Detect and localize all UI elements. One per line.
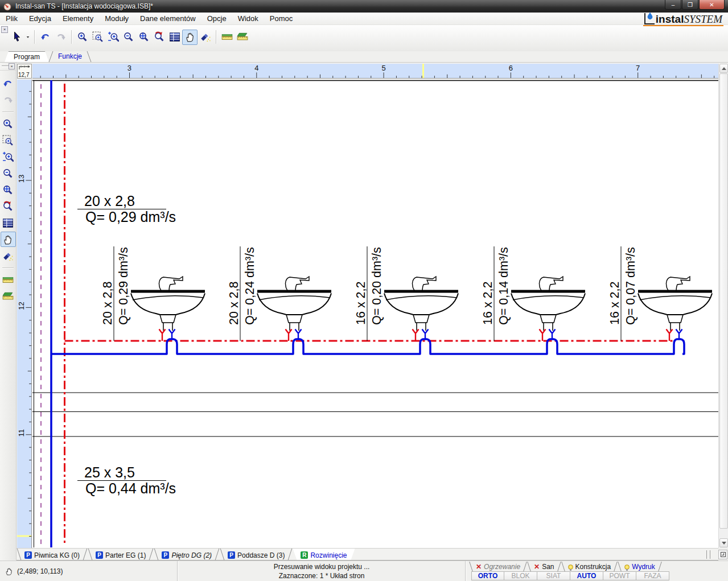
pipe-dimension-label: 20 x 2,8 — [227, 281, 241, 325]
washbasin-symbol[interactable] — [131, 277, 205, 341]
tab-edge — [658, 562, 662, 571]
zoom-out-icon[interactable] — [121, 30, 136, 45]
riser-flow-label: Q= 0,44 dm³/s — [85, 480, 176, 496]
pan-hand-icon[interactable] — [182, 30, 198, 45]
close-button[interactable]: ✕ — [699, 0, 725, 10]
menu-edycja[interactable]: Edycja — [23, 13, 57, 24]
mode-button-auto[interactable]: AUTO — [570, 571, 603, 580]
mode-button-orto[interactable]: ORTO — [471, 571, 504, 580]
vertical-scroll-thumb[interactable] — [719, 73, 728, 529]
menu-moduy[interactable]: Moduły — [99, 13, 134, 24]
washbasin-symbol[interactable] — [257, 277, 331, 341]
ruler-scale-icon[interactable] — [1, 289, 16, 304]
svg-text:12: 12 — [17, 302, 25, 310]
vertical-scrollbar[interactable] — [718, 64, 728, 548]
horizontal-ruler[interactable]: 34567 — [32, 64, 719, 79]
undo-icon[interactable] — [38, 30, 53, 45]
zoom-plus-minus-icon[interactable] — [105, 30, 121, 45]
mode-button-siat[interactable]: SIAT — [537, 571, 570, 580]
menu-elementy[interactable]: Elementy — [57, 13, 99, 24]
toolbar-grip[interactable] — [2, 65, 9, 67]
status-right-panel: ✕Ogrzewanie✕SanKonstrukcjaWydruk ORTOBLO… — [467, 561, 728, 581]
cursor-coordinates: (2,489; 10,113) — [17, 567, 63, 575]
tab-edge — [87, 51, 92, 62]
sheet-tab-pi-tro-dg-2-[interactable]: PPiętro DG (2) — [154, 549, 220, 560]
toolbar-separator — [2, 112, 14, 112]
undo-icon[interactable] — [1, 76, 16, 91]
menu-daneelementw[interactable]: Dane elementów — [134, 13, 201, 24]
washbasin-symbol[interactable] — [511, 277, 585, 341]
layer-tab-konstrukcja[interactable]: Konstrukcja — [561, 562, 618, 571]
window-title: Instal-san TS - [Instalacja wodociągowa.… — [15, 2, 153, 10]
tab-edge — [149, 549, 153, 560]
tab-label: Program — [14, 53, 40, 61]
page-layout-button[interactable] — [718, 550, 727, 559]
zoom-extents-icon[interactable] — [1, 182, 16, 197]
horizontal-scroll-grip[interactable] — [706, 550, 710, 559]
zoom-previous-icon[interactable] — [151, 30, 167, 45]
left-toolbar-close-icon[interactable]: × — [9, 63, 15, 69]
toolbar-separator — [71, 30, 72, 44]
svg-text:3: 3 — [127, 64, 131, 73]
tab-program[interactable]: Program — [5, 51, 49, 62]
zoom-in-icon[interactable] — [1, 116, 16, 131]
minimize-button[interactable]: – — [665, 0, 681, 10]
scroll-down-icon[interactable] — [719, 538, 728, 547]
mode-button-blok[interactable]: BLOK — [504, 571, 537, 580]
washbasin-symbol[interactable] — [384, 277, 458, 341]
tab-edge — [557, 562, 561, 571]
mode-button-faza[interactable]: FAZA — [636, 571, 669, 580]
pan-hand-icon[interactable] — [1, 232, 16, 247]
data-table-icon[interactable] — [1, 215, 16, 230]
menu-widok[interactable]: Widok — [232, 13, 264, 24]
mode-button-powt[interactable]: POWT — [603, 571, 636, 580]
tab-edge — [469, 562, 473, 571]
menu-plik[interactable]: Plik — [0, 13, 23, 24]
zoom-window-icon[interactable] — [90, 30, 105, 45]
sheet-tab-piwnica-kg-0-[interactable]: PPiwnica KG (0) — [17, 549, 88, 560]
left-toolbar: × — [0, 63, 17, 561]
layer-tab-wydruk[interactable]: Wydruk — [618, 562, 662, 571]
plan-sheet-icon: P — [96, 551, 103, 559]
zoom-extents-icon[interactable] — [136, 30, 151, 45]
menu-pomoc[interactable]: Pomoc — [264, 13, 298, 24]
select-cursor-icon[interactable] — [9, 30, 24, 45]
zoom-window-icon[interactable] — [1, 133, 16, 148]
menu-opcje[interactable]: Opcje — [201, 13, 232, 24]
data-table-icon[interactable] — [167, 30, 182, 45]
vertical-ruler[interactable]: 131211 — [17, 80, 32, 548]
washbasin-symbol[interactable] — [638, 277, 712, 341]
ruler-icon[interactable] — [1, 272, 16, 287]
layer-tab-san[interactable]: ✕San — [527, 562, 561, 571]
tab-edge — [154, 549, 158, 560]
tab-funkcje[interactable]: Funkcje — [49, 51, 91, 62]
redo-icon[interactable] — [1, 92, 16, 108]
zoom-out-icon[interactable] — [1, 166, 16, 181]
dropdown-caret-icon[interactable] — [24, 30, 31, 45]
highlight-torch-icon[interactable] — [198, 30, 213, 45]
highlight-torch-icon[interactable] — [1, 248, 16, 263]
toolbar-separator — [216, 30, 216, 44]
status-line-1: Przesuwanie widoku projektu ... — [274, 562, 370, 571]
zoom-plus-minus-icon[interactable] — [1, 149, 16, 164]
tab-edge — [88, 549, 92, 560]
sheet-tab-rozwini-cie[interactable]: RRozwinięcie — [293, 549, 355, 560]
riser-dimension-label: 25 x 3,5 — [84, 464, 135, 480]
toolbar-close-icon[interactable]: × — [1, 26, 8, 33]
layer-tab-ogrzewanie[interactable]: ✕Ogrzewanie — [469, 562, 527, 571]
instalsystem-logo: instal SYSTEM — [643, 11, 723, 26]
sheet-tab-poddasze-d-3-[interactable]: PPoddasze D (3) — [220, 549, 293, 560]
redo-icon[interactable] — [53, 30, 68, 45]
layer-off-icon: ✕ — [534, 564, 540, 570]
riser-flow-label: Q= 0,29 dm³/s — [85, 209, 176, 225]
ruler-scale-icon[interactable] — [235, 30, 250, 45]
tab-edge — [215, 549, 219, 560]
zoom-previous-icon[interactable] — [1, 199, 16, 214]
zoom-in-icon[interactable] — [75, 30, 90, 45]
scroll-up-icon[interactable] — [719, 64, 728, 73]
ruler-icon[interactable] — [219, 30, 235, 45]
drawing-canvas[interactable]: 20 x 2,8Q= 0,29 dm³/s20 x 2,8Q= 0,24 dm³… — [32, 80, 719, 548]
sheet-tab-parter-eg-1-[interactable]: PParter EG (1) — [88, 549, 154, 560]
restore-button[interactable]: ❐ — [682, 0, 698, 10]
pipe-flow-label: Q= 0,20 dm³/s — [370, 247, 384, 325]
